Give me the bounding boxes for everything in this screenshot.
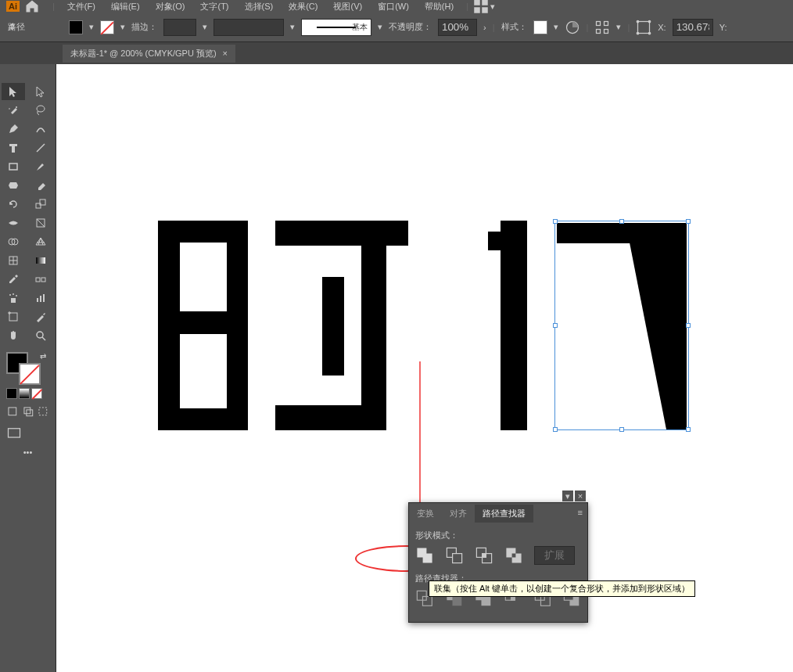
symbol-sprayer-tool[interactable]	[2, 289, 25, 307]
eyedropper-tool[interactable]	[2, 271, 25, 288]
selection-bounding-box[interactable]	[554, 221, 689, 430]
chevron-down-icon[interactable]: ▾	[203, 22, 207, 32]
free-transform-tool[interactable]	[29, 214, 52, 232]
selection-tool[interactable]	[2, 83, 25, 100]
brush-definition[interactable]: 基本	[301, 19, 371, 36]
resize-handle-w[interactable]	[553, 323, 558, 328]
color-mode-gradient[interactable]	[19, 388, 30, 399]
resize-handle-s[interactable]	[619, 427, 624, 432]
resize-handle-ne[interactable]	[686, 219, 691, 224]
resize-handle-se[interactable]	[686, 427, 691, 432]
menu-view[interactable]: 视图(V)	[325, 0, 370, 14]
panel-tab-transform[interactable]: 变换	[409, 505, 442, 523]
stroke-width-input[interactable]	[163, 19, 196, 36]
curvature-tool[interactable]	[29, 120, 52, 138]
menu-window[interactable]: 窗口(W)	[370, 0, 417, 14]
recolor-icon[interactable]	[565, 20, 580, 35]
expand-button[interactable]: 扩展	[534, 546, 575, 565]
width-tool[interactable]	[2, 214, 25, 232]
pathfinder-minus-front-button[interactable]	[445, 546, 464, 565]
draw-behind-icon[interactable]	[22, 404, 34, 419]
svg-rect-7	[597, 29, 601, 33]
workspace-switcher-icon[interactable]	[473, 0, 489, 14]
pathfinder-exclude-button[interactable]	[504, 546, 523, 565]
artboard-tool[interactable]	[2, 308, 25, 325]
resize-handle-n[interactable]	[619, 219, 624, 224]
rotate-tool[interactable]	[2, 196, 25, 213]
type-tool[interactable]	[2, 139, 25, 156]
canvas[interactable]: ▾ × 变换 对齐 路径查找器 ≡ 形状模式：	[56, 64, 793, 672]
chevron-down-icon[interactable]: ▾	[89, 22, 94, 32]
menu-edit[interactable]: 编辑(E)	[103, 0, 148, 14]
mesh-tool[interactable]	[2, 252, 25, 269]
menu-select[interactable]: 选择(S)	[237, 0, 282, 14]
fill-color-swatch[interactable]	[69, 20, 83, 34]
pen-tool[interactable]	[2, 120, 25, 138]
panel-collapse-icon[interactable]: ▾	[562, 491, 573, 501]
zoom-tool[interactable]	[29, 327, 52, 344]
menu-text[interactable]: 文字(T)	[192, 0, 236, 14]
transform-icon[interactable]	[636, 20, 651, 35]
magic-wand-tool[interactable]	[2, 102, 25, 119]
slice-tool[interactable]	[29, 308, 52, 325]
rectangle-tool[interactable]	[2, 158, 25, 175]
pathfinder-unite-button[interactable]	[415, 546, 434, 565]
stroke-color-swatch[interactable]	[100, 20, 114, 34]
chevron-down-icon[interactable]: ▾	[490, 2, 495, 12]
chevron-down-icon[interactable]: ▾	[554, 22, 558, 32]
more-tools-icon[interactable]: •••	[2, 444, 54, 460]
tools-panel-header[interactable]	[2, 67, 54, 80]
opacity-input[interactable]	[438, 19, 477, 36]
column-graph-tool[interactable]	[29, 289, 52, 307]
scale-tool[interactable]	[29, 196, 52, 213]
eraser-tool[interactable]	[29, 177, 52, 194]
shaper-tool[interactable]	[2, 177, 25, 194]
line-tool[interactable]	[29, 139, 52, 156]
svg-rect-54	[322, 277, 344, 376]
shape-builder-tool[interactable]	[2, 233, 25, 250]
resize-handle-sw[interactable]	[553, 427, 558, 432]
panel-tab-align[interactable]: 对齐	[442, 505, 475, 523]
draw-normal-icon[interactable]	[6, 404, 19, 419]
menu-file[interactable]: 文件(F)	[59, 0, 103, 14]
screen-mode-icon[interactable]	[6, 426, 22, 441]
chevron-down-icon[interactable]: ▾	[378, 22, 382, 32]
gradient-tool[interactable]	[29, 252, 52, 269]
hand-tool[interactable]	[2, 327, 25, 344]
close-icon[interactable]: ×	[223, 49, 228, 58]
svg-rect-47	[9, 429, 20, 437]
pathfinder-intersect-button[interactable]	[475, 546, 493, 565]
menu-help[interactable]: 帮助(H)	[417, 0, 461, 14]
svg-rect-29	[36, 278, 40, 282]
direct-selection-tool[interactable]	[29, 83, 52, 100]
chevron-right-icon[interactable]: ›	[483, 23, 486, 32]
x-stepper[interactable]: ⇕	[8, 22, 16, 32]
menu-effect[interactable]: 效果(C)	[281, 0, 325, 14]
panel-tab-pathfinder[interactable]: 路径查找器	[475, 505, 533, 523]
draw-inside-icon[interactable]	[37, 404, 49, 419]
close-icon[interactable]: ×	[575, 491, 586, 501]
stroke-color[interactable]	[19, 363, 41, 385]
chevron-down-icon[interactable]: ▾	[616, 22, 621, 32]
color-mode-none[interactable]	[31, 388, 42, 399]
document-tab[interactable]: 未标题-1* @ 200% (CMYK/GPU 预览) ×	[63, 45, 235, 63]
svg-rect-18	[9, 164, 17, 170]
graphic-style-swatch[interactable]	[533, 20, 547, 34]
home-icon[interactable]	[24, 0, 40, 14]
menu-object[interactable]: 对象(O)	[148, 0, 193, 14]
svg-rect-49	[180, 243, 227, 311]
resize-handle-nw[interactable]	[553, 219, 558, 224]
variable-width-profile[interactable]	[214, 19, 284, 36]
chevron-down-icon[interactable]: ▾	[120, 22, 125, 32]
resize-handle-e[interactable]	[686, 323, 691, 328]
lasso-tool[interactable]	[29, 102, 52, 119]
swap-colors-icon[interactable]: ⇄	[40, 352, 46, 361]
perspective-grid-tool[interactable]	[29, 233, 52, 250]
color-mode-solid[interactable]	[6, 388, 17, 399]
blend-tool[interactable]	[29, 271, 52, 288]
paintbrush-tool[interactable]	[29, 158, 52, 175]
x-input[interactable]	[673, 19, 713, 36]
panel-menu-icon[interactable]: ≡	[578, 508, 583, 517]
align-icon[interactable]	[594, 20, 610, 35]
chevron-down-icon[interactable]: ▾	[290, 22, 295, 32]
